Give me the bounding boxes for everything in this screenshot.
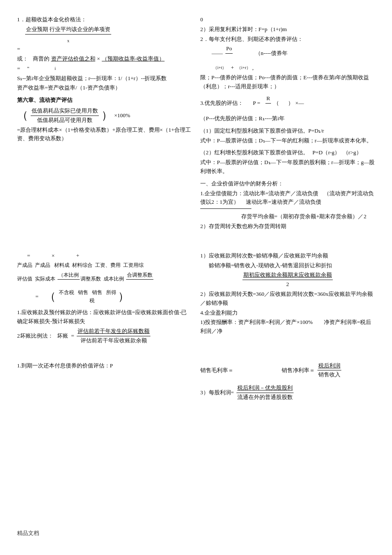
section-ar-turnover: 1）应收账款周转次数=赊销净额／应收账款平均余额 赊销净额=销售收入-现销收入-… <box>200 251 375 336</box>
fraction-preferred: R <box>265 94 271 113</box>
underline-yield-diff: （预期收益率-收益率值） <box>102 55 164 64</box>
right-col-3: 销售毛利率＝ 销售净利率＝ 税后利润 销售收入 3）每股利润= 税后利润－优先股 <box>200 359 375 407</box>
gross-margin-label: 销售毛利率＝ <box>200 366 233 375</box>
formula-bracket: （ 低值易耗品实际已使用月数 低值易耗品可使用月数 ） ×100% <box>17 107 192 125</box>
formula-bond-sub: （i+t） + （i+r） , <box>200 64 375 72</box>
right-col-2: 1）应收账款周转次数=赊销净额／应收账款平均余额 赊销净额=销售收入-现销收入-… <box>200 249 375 350</box>
section-enterprise-analysis: 一、企业价值评估中的财务分析： 1.企业偿债能力：流动比率=流动资产／流动负债 … <box>200 179 375 209</box>
fraction-po: Po <box>225 44 233 63</box>
ar-turn-2: 2）应收账款周转天数=360／应收账款周转次数=360x应收账款平均余额／赊销净… <box>200 290 375 308</box>
bond-eval-title: 1.到期一次还本付息债券的价值评估：P <box>17 361 192 370</box>
underline-asset-value: 资产评估价值之和 <box>51 55 95 64</box>
roi-text: 1)投资报酬率：资产利润率=利润／资产×100% 净资产利润率=税后利润／净 <box>200 318 375 336</box>
profit-title: 4.企业盈利能力 <box>200 309 375 318</box>
stock-growth-note: 式中：P—股票的评估值；D₁—下一年股票的股利额；r—折现率；g—股利增长率。 <box>200 158 375 176</box>
right-col-1: 0 2）采用复利累计算时：F=p（1+r)m 2．每年支付利息、到期还本的债券评… <box>200 13 375 236</box>
section-stock-fixed: （1）固定红利型股利政策下股票价值评估。P=D₁/r 式中：P—股票评估值；D₁… <box>200 127 375 145</box>
section-bond-eval: 1.到期一次还本付息债券的价值评估：P <box>17 361 192 370</box>
left-col-1: 1．超额收益本金化价格法： 企业预期 行业平均该企业的单项资 x = 或： <box>17 13 192 236</box>
ar-turn-1b: 赊销净额=销售收入-现销收入-销售退回折让和折扣 <box>209 261 375 270</box>
compound-interest: 2）采用复利累计算时：F=p（1+r)m <box>200 25 375 34</box>
formula-tax: = （ 不含税 销售 销售 所得 税 ） <box>17 289 192 305</box>
bond-notes: 限；P---债券的评估值；Po---债券的面值；E---债券在第i年的预期收益（… <box>200 73 375 91</box>
eps-label: 3）每股利润= <box>200 388 234 397</box>
formula-excess-1: 企业预期 行业平均该企业的单项资 x <box>17 25 192 44</box>
formula-product-value: = × + <box>17 251 192 260</box>
formula-excess-or: 或： 商普的 资产评估价值之和 × （预期收益率-收益率值） <box>17 55 192 64</box>
formula-gross-margin: 销售毛利率＝ 销售净利率＝ 税后利润 销售收入 <box>200 361 375 380</box>
stock-growth-title: （2）红利增长型股利政策下股票价值评估。 P=D（r-g） （r>g） <box>200 148 375 157</box>
page: 1．超额收益本金化价格法： 企业预期 行业平均该企业的单项资 x = 或： <box>17 13 375 411</box>
formula-bond: —— Po （n----债券年 <box>200 44 375 63</box>
note-zero: 0 <box>200 15 375 24</box>
formula-bad-debt: 2坏账比例法： 坏账 = 评估前若干年发生的坏账数额 评估前若干年应收账款余额 <box>17 327 192 345</box>
net-margin-label: 销售净利率＝ <box>282 366 315 375</box>
chapter6-title: 第六章、流动资产评估 <box>17 96 192 105</box>
section-inventory: 存货平均余额=（期初存货余额+期末存货余额）／2 2）存货周转天数也称为存货周转… <box>200 212 375 231</box>
inventory-avg: 存货平均余额=（期初存货余额+期末存货余额）／2 <box>200 212 375 221</box>
formula-excess-3: = " i <box>17 64 192 73</box>
left-col-2: = × + 产成品 产成品 材料成 材料综合 工资、费用 工资用综 评估值 实际… <box>17 249 192 350</box>
section-stock-growth: （2）红利增长型股利政策下股票价值评估。 P=D（r-g） （r>g） 式中：P… <box>200 148 375 176</box>
fraction-eps: 税后利润－优先股股利 流通在外的普通股股数 <box>236 384 294 402</box>
formula-excess-2: = <box>17 45 192 54</box>
stock-fixed-title: （1）固定红利型股利政策下股票价值评估。P=D₁/r <box>200 127 375 136</box>
stock-fixed-note: 式中：P—股票评估值；D₁—下一年的红利额；r—折现率或资本化率。 <box>200 136 375 145</box>
bond-label: 2．每年支付利息、到期还本的债券评估： <box>200 35 375 44</box>
note-excess-1: S₁--第i年企业预期超额收益；r---折现率：1/（1+r）--折现系数 <box>17 74 192 83</box>
formula-product-rows: 产成品 产成品 材料成 材料综合 工资、费用 工资用综 评估值 实际成本 （本比… <box>17 261 192 288</box>
section-chapter6: 第六章、流动资产评估 （ 低值易耗品实际已使用月数 低值易耗品可使用月数 ） ×… <box>17 96 192 143</box>
fraction-ar-avg: 期初应收账款余额期末应收账款余额 2 <box>242 271 333 289</box>
fraction-1: 企业预期 行业平均该企业的单项资 x <box>25 25 111 44</box>
divider-1 <box>200 208 251 209</box>
fraction-usage: 低值易耗品实际已使用月数 低值易耗品可使用月数 <box>31 107 99 125</box>
ar-eval-title: 1.应收账款及预付账款的评估：应收账款评估值=应收账款账面价值-已确定坏账损失-… <box>17 308 192 326</box>
debt-ratio: 1.企业偿债能力：流动比率=流动资产／流动负债 （流动资产对流动负债以2：1为宜… <box>200 189 375 207</box>
excess-return-label: 1．超额收益本金化价格法： <box>17 15 192 24</box>
left-col-3: 1.到期一次还本付息债券的价值评估：P <box>17 359 192 407</box>
watermark: 精品文档 <box>17 529 39 538</box>
section-margins: 销售毛利率＝ 销售净利率＝ 税后利润 销售收入 3）每股利润= 税后利润－优先股 <box>200 361 375 402</box>
section-ar-eval: 1.应收账款及预付账款的评估：应收账款评估值=应收账款账面价值-已确定坏账损失-… <box>17 308 192 345</box>
section-excess-return: 1．超额收益本金化价格法： 企业预期 行业平均该企业的单项资 x = 或： <box>17 15 192 92</box>
formula-eps: 3）每股利润= 税后利润－优先股股利 流通在外的普通股股数 <box>200 384 375 402</box>
analysis-title: 一、企业价值评估中的财务分析： <box>200 179 375 188</box>
fraction-net-margin: 税后利润 销售收入 <box>317 361 341 380</box>
section-preferred: 3.优先股的评估： P = R （ ） ×— （P---优先股的评估值；R₁--… <box>200 94 375 123</box>
note-excess-2: 资产收益率=资产收益率/（1-资产负债率） <box>17 84 192 92</box>
formula-ar-avg: 期初应收账款余额期末应收账款余额 2 <box>200 271 375 289</box>
section-bond: 2．每年支付利息、到期还本的债券评估： —— Po （n----债券年 <box>200 35 375 91</box>
formula-preferred: 3.优先股的评估： P = R （ ） ×— （P---优先股的评估值；R₁--… <box>200 94 375 123</box>
formula-cost: =原合理材料成本×（1+价格变动系数）+原合理工资、费用×（1+合理工资、费用变… <box>17 126 192 144</box>
inventory-turn: 2）存货周转天数也称为存货周转期 <box>200 222 375 231</box>
ar-turn-1: 1）应收账款周转次数=赊销净额／应收账款平均余额 <box>200 251 375 260</box>
fraction-bad-debt: 评估前若干年发生的坏账数额 评估前若干年应收账款余额 <box>77 327 150 345</box>
